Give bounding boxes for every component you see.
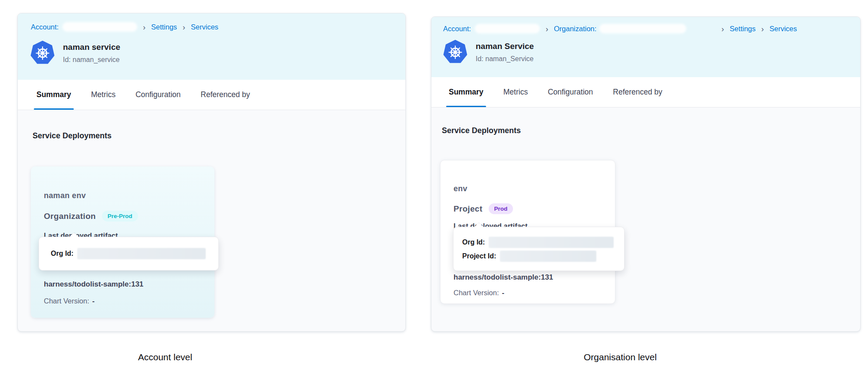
breadcrumb-organization-link[interactable]: Organization: (554, 25, 596, 33)
env-type-badge: Pre-Prod (102, 211, 138, 222)
scope-label[interactable]: Organization (44, 212, 96, 221)
tab-metrics[interactable]: Metrics (91, 80, 115, 110)
service-title-row: naman Service Id: naman_Service (443, 39, 534, 65)
tooltip-row-project: Project Id: (462, 251, 624, 262)
screenshot-stage: Account: › Settings › Services naman ser (0, 0, 868, 375)
redacted-organization-name (599, 24, 686, 33)
breadcrumb-services-link[interactable]: Services (769, 25, 797, 33)
breadcrumb-account-link[interactable]: Account: (443, 25, 471, 33)
service-title-block: naman service Id: naman_service (63, 42, 120, 64)
tab-referenced-by[interactable]: Referenced by (613, 77, 662, 107)
env-type-badge: Prod (489, 203, 513, 214)
chart-version-label: Chart Version: (454, 289, 499, 297)
caption-account-level: Account level (138, 352, 192, 362)
tab-bar: Summary Metrics Configuration Referenced… (18, 80, 405, 110)
chart-version-line: Chart Version:- (44, 297, 95, 305)
scope-row: Project Prod (454, 203, 513, 214)
section-title-service-deployments: Service Deployments (33, 131, 112, 140)
tab-configuration[interactable]: Configuration (135, 80, 181, 110)
breadcrumb-settings-link[interactable]: Settings (730, 25, 756, 33)
org-id-tooltip: Org Id: (39, 237, 219, 271)
chevron-right-icon: › (183, 23, 185, 31)
redacted-account-name (62, 22, 137, 32)
redacted-project-id (500, 251, 596, 262)
tab-configuration[interactable]: Configuration (548, 77, 593, 107)
tab-summary[interactable]: Summary (449, 77, 483, 107)
service-title-row: naman service Id: naman_service (30, 40, 120, 65)
scope-row: Organization Pre-Prod (44, 211, 138, 222)
tab-metrics[interactable]: Metrics (503, 77, 528, 107)
organisation-level-panel: Account: › Organization: › Settings › Se… (431, 16, 861, 332)
tooltip-row-org: Org Id: (51, 248, 218, 259)
tab-referenced-by[interactable]: Referenced by (201, 80, 250, 110)
service-name: naman Service (476, 42, 534, 51)
chart-version-value: - (502, 289, 505, 297)
service-name: naman service (63, 42, 120, 52)
service-id: Id: naman_service (63, 56, 120, 64)
tab-bar: Summary Metrics Configuration Referenced… (431, 77, 860, 108)
caption-organisation-level: Organisation level (584, 352, 657, 362)
redacted-org-id (77, 248, 206, 259)
chart-version-value: - (92, 297, 95, 305)
project-id-label: Project Id: (462, 252, 496, 260)
service-title-block: naman Service Id: naman_Service (476, 42, 534, 63)
chart-version-label: Chart Version: (44, 297, 89, 305)
breadcrumb: Account: › Settings › Services (31, 22, 218, 32)
artifact-name: harness/todolist-sample:131 (454, 273, 553, 282)
breadcrumb: Account: › Organization: › Settings › Se… (443, 24, 797, 33)
chevron-right-icon: › (761, 25, 764, 33)
tooltip-row-org: Org Id: (462, 237, 624, 248)
service-id: Id: naman_Service (476, 55, 534, 63)
chevron-right-icon: › (143, 23, 145, 31)
environment-name: env (454, 184, 467, 193)
tab-summary[interactable]: Summary (36, 80, 71, 110)
breadcrumb-services-link[interactable]: Services (191, 23, 218, 31)
breadcrumb-settings-link[interactable]: Settings (151, 23, 177, 31)
org-project-id-tooltip: Org Id: Project Id: (453, 227, 625, 271)
org-id-label: Org Id: (462, 238, 485, 246)
section-title-service-deployments: Service Deployments (442, 126, 521, 135)
org-id-label: Org Id: (51, 250, 73, 258)
environment-name: naman env (44, 191, 86, 200)
breadcrumb-account-link[interactable]: Account: (31, 23, 59, 31)
chart-version-line: Chart Version:- (454, 289, 504, 297)
redacted-account-name (475, 24, 540, 33)
kubernetes-icon (30, 40, 55, 65)
chevron-right-icon: › (721, 25, 724, 33)
account-level-panel: Account: › Settings › Services naman ser (17, 13, 406, 332)
scope-label[interactable]: Project (454, 204, 483, 214)
kubernetes-icon (443, 39, 467, 65)
artifact-name: harness/todolist-sample:131 (44, 280, 144, 289)
redacted-org-id (489, 237, 614, 248)
chevron-right-icon: › (546, 25, 548, 33)
